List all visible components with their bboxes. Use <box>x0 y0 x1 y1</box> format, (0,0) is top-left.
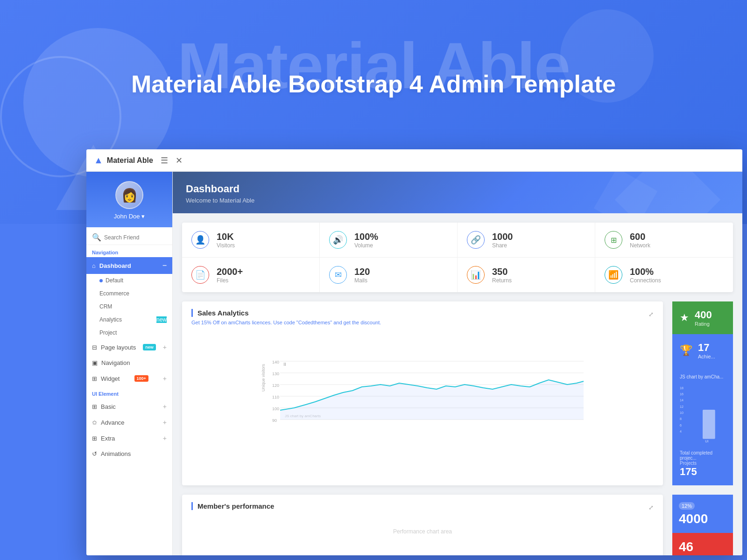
right-panel: ★ 400 Rating 🏆 17 Achie... <box>672 301 733 485</box>
rating-value: 400 <box>695 309 712 321</box>
files-value: 2000+ <box>217 266 243 277</box>
charts-row: Sales Analytics ⤢ Get 15% Off on amChart… <box>182 301 733 485</box>
page-layouts-badge: new <box>143 344 156 350</box>
dashboard-minus: − <box>162 261 167 270</box>
bar-chart-label: JS chart by amCha... <box>680 374 726 379</box>
topbar-brand: Material Able <box>107 156 153 165</box>
app-window: ▲ Material Able ☰ ✕ 👩 John Doe ▾ 🔍 Navig… <box>86 149 742 555</box>
svg-text:12: 12 <box>680 405 684 409</box>
connections-label: Connections <box>630 277 661 284</box>
sidebar-item-label: Advance <box>101 419 125 426</box>
sidebar-item-label: Basic <box>101 403 116 410</box>
stat-mails: ✉ 120 Mails <box>320 258 458 292</box>
svg-rect-33 <box>703 410 715 439</box>
sidebar-item-extra[interactable]: ⊞ Extra + <box>86 430 172 446</box>
sidebar-item-basic[interactable]: ⊞ Basic + <box>86 399 172 414</box>
sidebar-item-ecommerce[interactable]: Ecommerce <box>86 287 172 300</box>
rating-label: Rating <box>695 321 712 327</box>
svg-text:UI: UI <box>705 440 708 443</box>
stat-returns: 📊 350 Returns <box>458 258 595 292</box>
share-icon: 🔗 <box>467 231 485 249</box>
topbar-logo: ▲ Material Able <box>94 155 153 166</box>
sidebar-item-crm[interactable]: CRM <box>86 300 172 313</box>
topbar: ▲ Material Able ☰ ✕ <box>86 149 742 172</box>
close-icon[interactable]: ✕ <box>176 155 183 166</box>
svg-text:110: 110 <box>272 395 279 399</box>
page-subtitle: Welcome to Material Able <box>186 197 729 204</box>
dashboard-icon: ⌂ <box>92 262 96 269</box>
svg-text:⏸: ⏸ <box>282 362 287 367</box>
dot-icon <box>99 279 103 282</box>
menu-icon[interactable]: ☰ <box>161 155 168 166</box>
stat-network: ⊞ 600 Network <box>595 223 733 258</box>
returns-value: 350 <box>492 266 512 277</box>
mini-bar-svg: 18 16 14 12 10 8 6 4 UI <box>680 381 726 447</box>
member-performance-card: Member's performance ⤢ Performance chart… <box>182 495 663 555</box>
returns-label: Returns <box>492 277 512 284</box>
volume-label: Volume <box>354 242 378 249</box>
sidebar-item-dashboard[interactable]: ⌂ Dashboard − <box>86 257 172 274</box>
perf-chart-placeholder: Performance chart area <box>191 513 654 550</box>
visitors-value: 10K <box>217 231 235 242</box>
share-label: Share <box>492 242 513 249</box>
topbar-icons: ☰ ✕ <box>161 155 183 166</box>
member-perf-title: Member's performance <box>191 502 274 510</box>
sidebar-sub-label: Default <box>106 277 123 284</box>
rb-value-red: 46 <box>679 539 726 554</box>
sidebar-sub-label: Project <box>99 329 117 336</box>
svg-text:6: 6 <box>680 424 682 427</box>
chart-area: 90 100 110 120 130 140 Unique visitors <box>191 331 654 424</box>
mails-value: 120 <box>354 266 370 277</box>
hero-title: Material Able Bootstrap 4 Admin Template <box>0 70 747 98</box>
sidebar-search-container: 🔍 <box>86 227 172 245</box>
search-input[interactable] <box>104 234 167 241</box>
network-label: Network <box>630 242 650 249</box>
basic-icon: ⊞ <box>92 403 97 410</box>
share-value: 1000 <box>492 231 513 242</box>
returns-icon: 📊 <box>467 266 485 284</box>
expand-icon[interactable]: ⤢ <box>648 504 654 511</box>
plus-icon: + <box>163 375 167 382</box>
sidebar-item-animations[interactable]: ↺ Animations <box>86 446 172 462</box>
animations-icon: ↺ <box>92 450 97 457</box>
sidebar-item-label: Navigation <box>101 359 130 366</box>
main-layout: 👩 John Doe ▾ 🔍 Navigation ⌂ Dashboard − … <box>86 172 742 555</box>
rb-value-blue: 4000 <box>679 511 726 526</box>
network-value: 600 <box>630 231 650 242</box>
plus-icon: + <box>163 434 167 442</box>
page-title: Dashboard <box>186 183 729 195</box>
sidebar: 👩 John Doe ▾ 🔍 Navigation ⌂ Dashboard − … <box>86 172 173 555</box>
page-layouts-icon: ⊟ <box>92 344 97 351</box>
sidebar-item-navigation[interactable]: ▣ Navigation <box>86 355 172 371</box>
content-header: Dashboard Welcome to Material Able <box>173 172 742 213</box>
sidebar-sub-label: CRM <box>99 303 112 310</box>
chart-svg: 90 100 110 120 130 140 Unique visitors <box>191 331 654 424</box>
chart-expand-icon[interactable]: ⤢ <box>648 311 654 318</box>
sidebar-item-default[interactable]: Default <box>86 274 172 287</box>
svg-text:120: 120 <box>272 383 279 388</box>
sidebar-item-page-layouts[interactable]: ⊟ Page layouts new + <box>86 339 172 355</box>
sidebar-item-label: Widget <box>101 375 120 382</box>
analytics-badge: new <box>156 316 167 323</box>
projects-value: 175 <box>680 466 726 478</box>
svg-text:130: 130 <box>272 371 279 376</box>
user-name[interactable]: John Doe ▾ <box>114 213 145 220</box>
total-projects-label: Total completed projec... <box>680 450 726 461</box>
sidebar-item-project[interactable]: Project <box>86 326 172 339</box>
svg-text:100: 100 <box>272 406 279 411</box>
bottom-row: Member's performance ⤢ Performance chart… <box>182 495 733 555</box>
stat-connections: 📶 100% Connections <box>595 258 733 292</box>
svg-text:14: 14 <box>680 399 684 402</box>
sidebar-item-advance[interactable]: ✩ Advance + <box>86 414 172 430</box>
achievement-card: 🏆 17 Achie... <box>672 334 733 367</box>
volume-value: 100% <box>354 231 378 242</box>
svg-text:8: 8 <box>680 417 682 421</box>
ui-section-label: UI Element <box>86 386 172 399</box>
stat-visitors: 👤 10K Visitors <box>182 223 320 258</box>
svg-text:4: 4 <box>680 430 682 434</box>
mails-label: Mails <box>354 277 370 284</box>
volume-icon: 🔊 <box>329 231 347 249</box>
navigation-icon: ▣ <box>92 359 98 366</box>
sidebar-item-analytics[interactable]: Analytics new <box>86 313 172 326</box>
sidebar-item-widget[interactable]: ⊞ Widget 100+ + <box>86 371 172 386</box>
